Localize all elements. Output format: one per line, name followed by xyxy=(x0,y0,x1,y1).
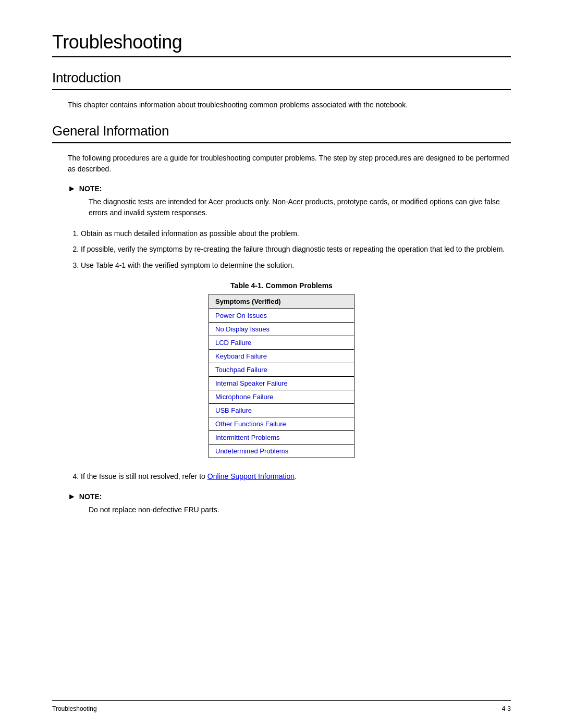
step-4-suffix: . xyxy=(295,472,297,480)
step-4-prefix: If the Issue is still not resolved, refe… xyxy=(81,472,207,480)
table-row: Keyboard Failure xyxy=(209,350,354,363)
page-footer: Troubleshooting 4-3 xyxy=(52,700,511,712)
note-block-2: ► NOTE: Do not replace non-defective FRU… xyxy=(68,492,511,515)
step-3: Use Table 4-1 with the verified symptom … xyxy=(81,260,511,271)
footer-right: 4-3 xyxy=(502,705,511,712)
introduction-divider xyxy=(52,89,511,90)
table-row: Other Functions Failure xyxy=(209,417,354,431)
table-row: Intermittent Problems xyxy=(209,431,354,445)
general-information-divider xyxy=(52,142,511,143)
table-row: Power On Issues xyxy=(209,309,354,323)
step-2: If possible, verify the symptoms by re-c… xyxy=(81,243,511,255)
footer-left: Troubleshooting xyxy=(52,705,97,712)
page: Troubleshooting Introduction This chapte… xyxy=(0,0,563,728)
page-title: Troubleshooting xyxy=(52,31,511,53)
step-1: Obtain as much detailed information as p… xyxy=(81,228,511,239)
intermittent-problems-link[interactable]: Intermittent Problems xyxy=(215,434,280,441)
table-row: No Display Issues xyxy=(209,323,354,336)
touchpad-failure-link[interactable]: Touchpad Failure xyxy=(215,366,267,374)
note-2-arrow-icon: ► xyxy=(68,492,76,501)
table-row: LCD Failure xyxy=(209,336,354,350)
table-row: Internal Speaker Failure xyxy=(209,377,354,390)
step-4-container: If the Issue is still not resolved, refe… xyxy=(68,471,511,482)
common-problems-table: Symptoms (Verified) Power On Issues No D… xyxy=(209,294,354,458)
usb-failure-link[interactable]: USB Failure xyxy=(215,406,252,414)
step-4: If the Issue is still not resolved, refe… xyxy=(81,471,511,482)
table-header: Symptoms (Verified) xyxy=(209,294,354,309)
note-1-content: The diagnostic tests are intended for Ac… xyxy=(89,196,511,218)
table-row: USB Failure xyxy=(209,404,354,417)
steps-list: Obtain as much detailed information as p… xyxy=(68,228,511,271)
no-display-issues-link[interactable]: No Display Issues xyxy=(215,325,270,333)
power-on-issues-link[interactable]: Power On Issues xyxy=(215,312,267,319)
general-information-heading: General Information xyxy=(52,123,511,139)
keyboard-failure-link[interactable]: Keyboard Failure xyxy=(215,352,267,360)
note-2-label: ► NOTE: xyxy=(68,492,511,501)
introduction-heading: Introduction xyxy=(52,70,511,86)
table-caption: Table 4-1. Common Problems xyxy=(230,281,333,290)
table-row: Undetermined Problems xyxy=(209,445,354,458)
table-row: Microphone Failure xyxy=(209,390,354,404)
note-block-1: ► NOTE: The diagnostic tests are intende… xyxy=(68,184,511,218)
note-1-label-text: NOTE: xyxy=(79,184,102,193)
lcd-failure-link[interactable]: LCD Failure xyxy=(215,339,251,347)
note-2-label-text: NOTE: xyxy=(79,492,102,501)
online-support-link[interactable]: Online Support Information xyxy=(207,472,295,480)
title-divider xyxy=(52,56,511,57)
introduction-body: This chapter contains information about … xyxy=(68,100,511,110)
microphone-failure-link[interactable]: Microphone Failure xyxy=(215,393,273,401)
internal-speaker-failure-link[interactable]: Internal Speaker Failure xyxy=(215,379,288,387)
general-information-body: The following procedures are a guide for… xyxy=(68,153,511,175)
other-functions-failure-link[interactable]: Other Functions Failure xyxy=(215,420,286,428)
table-row: Touchpad Failure xyxy=(209,363,354,377)
undetermined-problems-link[interactable]: Undetermined Problems xyxy=(215,447,288,455)
table-container: Table 4-1. Common Problems Symptoms (Ver… xyxy=(52,281,511,458)
note-1-label: ► NOTE: xyxy=(68,184,511,193)
note-arrow-icon: ► xyxy=(68,184,76,193)
note-2-content: Do not replace non-defective FRU parts. xyxy=(89,504,511,515)
